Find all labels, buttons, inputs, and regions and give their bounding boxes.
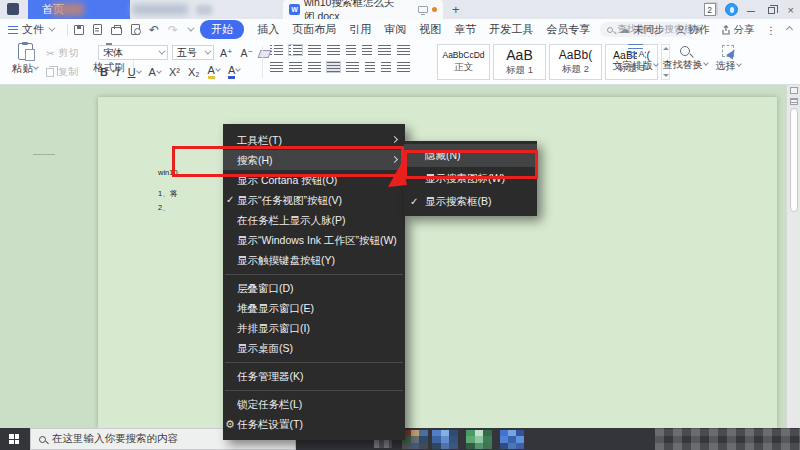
tab-setting-icon[interactable] [378, 45, 391, 55]
text-layout-button[interactable]: 文字排版 [612, 44, 658, 73]
tab-references[interactable]: 引用 [349, 22, 371, 37]
text-layout-icon [628, 44, 643, 57]
collaborate-button[interactable]: 协作 [676, 23, 710, 37]
menu-item-lock-taskbar[interactable]: 锁定任务栏(L) [223, 394, 405, 414]
share-button[interactable]: 分享 [721, 23, 755, 37]
tab-view[interactable]: 视图 [419, 22, 441, 37]
menu-item-windows-ink[interactable]: 显示“Windows Ink 工作区”按钮(W) [223, 230, 405, 250]
borders-icon[interactable] [397, 62, 410, 72]
file-menu-label: 文件 [22, 22, 44, 37]
shading-icon[interactable] [381, 62, 391, 72]
scrollbar-thumb[interactable] [790, 108, 798, 212]
menu-item-people[interactable]: 在任务栏上显示人脉(P) [223, 210, 405, 230]
censored-blur [132, 4, 188, 15]
align-left-icon[interactable] [270, 62, 283, 72]
undo-icon[interactable]: ↶ [149, 23, 159, 37]
select-button[interactable]: 选择 [710, 44, 746, 73]
font-name-select[interactable]: 宋体 [98, 45, 168, 60]
subscript-button[interactable]: X₂ [188, 66, 200, 78]
menu-item-show-cortana[interactable]: 显示 Cortana 按钮(O) [223, 170, 405, 190]
superscript-button[interactable]: X² [169, 66, 180, 78]
redo-icon[interactable]: ↷ [168, 23, 178, 37]
menu-item-side-by-side[interactable]: 并排显示窗口(I) [223, 318, 405, 338]
search-icon [39, 436, 46, 443]
tab-document[interactable]: W win10搜索框怎么关闭.docx [283, 0, 443, 19]
paste-button[interactable]: 粘贴 [6, 43, 44, 76]
customize-toolbar-icon[interactable] [188, 25, 195, 32]
copy-button[interactable]: 复制 [46, 65, 78, 79]
align-center-icon[interactable] [289, 62, 302, 72]
menu-item-toolbars[interactable]: 工具栏(T) [223, 130, 405, 150]
submenu-item-show-search-box[interactable]: ✓ 显示搜索框(B) [404, 190, 537, 213]
find-replace-button[interactable]: 查找替换 [662, 44, 708, 72]
export-pdf-icon[interactable] [93, 24, 102, 35]
copy-icon [46, 68, 54, 77]
clear-paragraph-icon[interactable] [362, 45, 372, 55]
collapse-ribbon-icon[interactable] [786, 26, 793, 33]
sync-status-button[interactable]: ☁ 未同步 [619, 23, 665, 37]
tab-review[interactable]: 审阅 [384, 22, 406, 37]
bold-button[interactable]: B [100, 66, 108, 78]
tab-section[interactable]: 章节 [454, 22, 476, 37]
minimize-button[interactable] [747, 4, 755, 16]
restore-button[interactable] [768, 4, 775, 16]
wps-doc-icon: W [289, 4, 300, 15]
distribute-icon[interactable] [346, 62, 359, 72]
menu-item-search[interactable]: 搜索(H) [223, 150, 405, 170]
decrease-indent-icon[interactable] [308, 45, 321, 55]
tab-start[interactable]: 开始 [200, 20, 244, 39]
highlight-button[interactable]: A [208, 64, 220, 79]
close-button[interactable]: × [788, 4, 794, 16]
justify-icon[interactable] [327, 62, 340, 72]
align-right-icon[interactable] [308, 62, 321, 72]
columns-icon[interactable] [397, 45, 410, 55]
styles-scroll-down-icon[interactable] [663, 74, 669, 77]
cut-button[interactable]: ✂ 剪切 [46, 46, 78, 60]
font-color-button[interactable]: A [228, 64, 240, 79]
shrink-font-button[interactable]: A⁻ [239, 47, 256, 59]
menu-item-show-desktop[interactable]: 显示桌面(S) [223, 338, 405, 358]
line-spacing-icon[interactable] [365, 62, 375, 72]
submenu-item-show-search-icon[interactable]: 显示搜索图标(W) [404, 167, 537, 190]
font-size-select[interactable]: 五号 [172, 45, 214, 60]
vertical-scrollbar[interactable] [786, 85, 800, 428]
increase-indent-icon[interactable] [327, 45, 340, 55]
underline-button[interactable]: U [128, 66, 141, 78]
tab-page-layout[interactable]: 页面布局 [292, 22, 336, 37]
tab-dev-tools[interactable]: 开发工具 [489, 22, 533, 37]
monitor-icon [418, 6, 428, 13]
char-shading-button[interactable]: A [149, 66, 161, 78]
asian-layout-icon[interactable] [346, 45, 356, 55]
new-tab-button[interactable]: + [452, 2, 460, 17]
more-options-icon[interactable]: ⋮ [766, 24, 777, 36]
save-icon[interactable] [74, 25, 84, 35]
scroll-tool-icon[interactable] [790, 87, 798, 94]
doc-text-line: 1、将 [158, 189, 177, 198]
menu-item-task-manager[interactable]: 任务管理器(K) [223, 366, 405, 386]
tab-insert[interactable]: 插入 [257, 22, 279, 37]
scroll-tool-icon[interactable] [790, 98, 798, 105]
user-avatar[interactable] [725, 3, 738, 16]
menu-item-cascade-windows[interactable]: 层叠窗口(D) [223, 278, 405, 298]
menu-item-taskbar-settings[interactable]: ⚙ 任务栏设置(T) [223, 414, 405, 434]
bullets-icon[interactable] [270, 45, 283, 55]
submenu-item-hidden[interactable]: 隐藏(N) [404, 144, 537, 167]
menu-item-task-view[interactable]: ✓ 显示“任务视图”按钮(V) [223, 190, 405, 210]
menu-item-stack-windows[interactable]: 堆叠显示窗口(E) [223, 298, 405, 318]
print-icon[interactable] [111, 27, 122, 35]
style-normal[interactable]: AaBbCcDd 正文 [437, 44, 490, 80]
numbering-icon[interactable] [289, 45, 302, 55]
print-preview-icon[interactable] [131, 24, 140, 35]
person-icon [676, 25, 686, 35]
italic-button[interactable]: I [116, 66, 120, 78]
document-count-badge[interactable]: 2 [704, 3, 716, 16]
grow-font-button[interactable]: A⁺ [218, 47, 235, 59]
file-menu-button[interactable]: 文件 [0, 22, 61, 37]
tab-member[interactable]: 会员专享 [546, 22, 590, 37]
style-heading2[interactable]: AaBb( 标题 2 [549, 44, 602, 80]
menu-item-touch-keyboard[interactable]: 显示触摸键盘按钮(Y) [223, 250, 405, 270]
start-button[interactable] [9, 434, 19, 444]
censored-app-icon [432, 430, 458, 449]
titlebar: 首页 W win10搜索框怎么关闭.docx + 2 × [0, 0, 800, 19]
style-heading1[interactable]: AaB 标题 1 [493, 44, 546, 80]
